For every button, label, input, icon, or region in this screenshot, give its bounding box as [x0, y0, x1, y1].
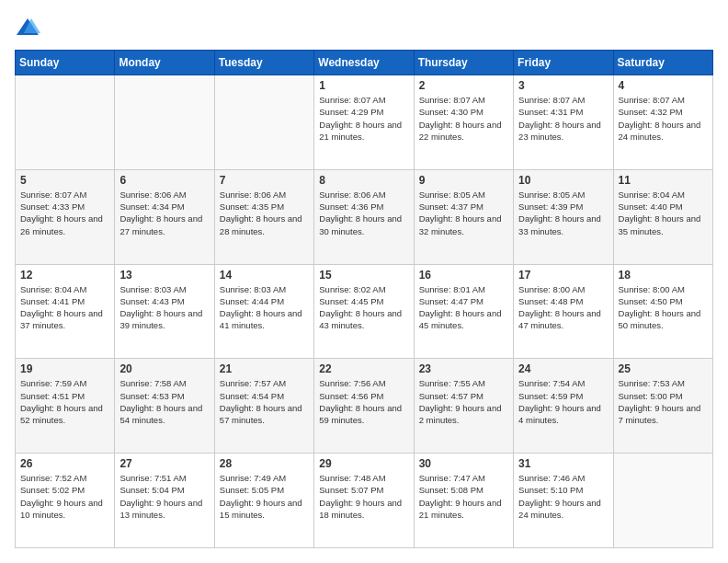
day-info: Sunrise: 7:58 AM Sunset: 4:53 PM Dayligh… [119, 377, 209, 426]
day-number: 13 [119, 269, 209, 282]
day-info: Sunrise: 7:49 AM Sunset: 5:05 PM Dayligh… [220, 472, 309, 521]
calendar-cell [16, 75, 115, 170]
day-number: 3 [518, 79, 608, 92]
calendar-cell: 6Sunrise: 8:06 AM Sunset: 4:34 PM Daylig… [115, 169, 214, 264]
calendar-cell: 14Sunrise: 8:03 AM Sunset: 4:44 PM Dayli… [214, 264, 313, 359]
calendar-cell: 2Sunrise: 8:07 AM Sunset: 4:30 PM Daylig… [414, 75, 513, 170]
header-day: Tuesday [214, 51, 313, 75]
day-info: Sunrise: 7:56 AM Sunset: 4:56 PM Dayligh… [319, 377, 408, 426]
day-info: Sunrise: 8:06 AM Sunset: 4:36 PM Dayligh… [319, 189, 408, 237]
calendar-cell: 22Sunrise: 7:56 AM Sunset: 4:56 PM Dayli… [314, 359, 414, 454]
day-info: Sunrise: 8:07 AM Sunset: 4:30 PM Dayligh… [419, 94, 508, 143]
calendar-cell: 12Sunrise: 8:04 AM Sunset: 4:41 PM Dayli… [16, 264, 115, 359]
header-day: Saturday [613, 51, 712, 75]
day-info: Sunrise: 7:55 AM Sunset: 4:57 PM Dayligh… [419, 377, 508, 426]
header-day: Friday [514, 51, 613, 75]
day-info: Sunrise: 7:51 AM Sunset: 5:04 PM Dayligh… [119, 472, 209, 521]
calendar-cell: 7Sunrise: 8:06 AM Sunset: 4:35 PM Daylig… [214, 169, 313, 264]
calendar-cell: 21Sunrise: 7:57 AM Sunset: 4:54 PM Dayli… [214, 359, 313, 454]
day-info: Sunrise: 7:53 AM Sunset: 5:00 PM Dayligh… [619, 377, 708, 426]
calendar-cell: 30Sunrise: 7:47 AM Sunset: 5:08 PM Dayli… [414, 454, 513, 548]
calendar-cell: 8Sunrise: 8:06 AM Sunset: 4:36 PM Daylig… [314, 169, 414, 264]
header-day: Sunday [16, 51, 115, 75]
day-info: Sunrise: 7:52 AM Sunset: 5:02 PM Dayligh… [20, 472, 109, 521]
day-number: 26 [20, 457, 109, 470]
header [15, 15, 713, 40]
day-number: 19 [20, 362, 109, 375]
header-day: Wednesday [314, 51, 414, 75]
calendar-cell: 24Sunrise: 7:54 AM Sunset: 4:59 PM Dayli… [514, 359, 613, 454]
day-number: 12 [20, 269, 109, 282]
calendar-cell: 28Sunrise: 7:49 AM Sunset: 5:05 PM Dayli… [214, 454, 313, 548]
day-info: Sunrise: 8:06 AM Sunset: 4:34 PM Dayligh… [119, 189, 209, 237]
calendar-week-row: 1Sunrise: 8:07 AM Sunset: 4:29 PM Daylig… [16, 75, 713, 170]
day-info: Sunrise: 8:02 AM Sunset: 4:45 PM Dayligh… [319, 283, 408, 332]
day-number: 31 [518, 457, 608, 470]
header-row: SundayMondayTuesdayWednesdayThursdayFrid… [16, 51, 713, 75]
day-info: Sunrise: 7:48 AM Sunset: 5:07 PM Dayligh… [319, 472, 408, 521]
day-info: Sunrise: 7:46 AM Sunset: 5:10 PM Dayligh… [518, 472, 608, 521]
day-number: 14 [220, 269, 309, 282]
calendar-cell: 19Sunrise: 7:59 AM Sunset: 4:51 PM Dayli… [16, 359, 115, 454]
day-number: 1 [319, 79, 408, 92]
day-number: 10 [518, 174, 608, 187]
calendar-cell: 3Sunrise: 8:07 AM Sunset: 4:31 PM Daylig… [514, 75, 613, 170]
calendar-header: SundayMondayTuesdayWednesdayThursdayFrid… [16, 51, 713, 75]
day-number: 7 [220, 174, 309, 187]
day-info: Sunrise: 8:06 AM Sunset: 4:35 PM Dayligh… [220, 189, 309, 237]
day-info: Sunrise: 7:47 AM Sunset: 5:08 PM Dayligh… [419, 472, 508, 521]
day-number: 4 [619, 79, 708, 92]
day-number: 23 [419, 362, 508, 375]
day-number: 25 [619, 362, 708, 375]
calendar-cell [214, 75, 313, 170]
day-number: 9 [419, 174, 508, 187]
logo [15, 15, 44, 40]
calendar-cell: 29Sunrise: 7:48 AM Sunset: 5:07 PM Dayli… [314, 454, 414, 548]
day-info: Sunrise: 8:01 AM Sunset: 4:47 PM Dayligh… [419, 283, 508, 332]
calendar-cell: 17Sunrise: 8:00 AM Sunset: 4:48 PM Dayli… [514, 264, 613, 359]
header-day: Monday [115, 51, 214, 75]
day-info: Sunrise: 8:05 AM Sunset: 4:39 PM Dayligh… [518, 189, 608, 237]
day-number: 22 [319, 362, 408, 375]
day-number: 30 [419, 457, 508, 470]
day-info: Sunrise: 8:04 AM Sunset: 4:41 PM Dayligh… [20, 283, 109, 332]
page: SundayMondayTuesdayWednesdayThursdayFrid… [0, 0, 728, 563]
calendar-cell: 13Sunrise: 8:03 AM Sunset: 4:43 PM Dayli… [115, 264, 214, 359]
day-info: Sunrise: 8:07 AM Sunset: 4:32 PM Dayligh… [619, 94, 708, 143]
day-number: 5 [20, 174, 109, 187]
day-number: 16 [419, 269, 508, 282]
day-number: 20 [119, 362, 209, 375]
calendar-week-row: 19Sunrise: 7:59 AM Sunset: 4:51 PM Dayli… [16, 359, 713, 454]
calendar-cell: 31Sunrise: 7:46 AM Sunset: 5:10 PM Dayli… [514, 454, 613, 548]
day-number: 8 [319, 174, 408, 187]
calendar-cell: 10Sunrise: 8:05 AM Sunset: 4:39 PM Dayli… [514, 169, 613, 264]
day-number: 17 [518, 269, 608, 282]
day-info: Sunrise: 8:03 AM Sunset: 4:44 PM Dayligh… [220, 283, 309, 332]
calendar-week-row: 12Sunrise: 8:04 AM Sunset: 4:41 PM Dayli… [16, 264, 713, 359]
day-number: 24 [518, 362, 608, 375]
calendar-week-row: 26Sunrise: 7:52 AM Sunset: 5:02 PM Dayli… [16, 454, 713, 548]
calendar-week-row: 5Sunrise: 8:07 AM Sunset: 4:33 PM Daylig… [16, 169, 713, 264]
day-number: 6 [119, 174, 209, 187]
day-info: Sunrise: 8:05 AM Sunset: 4:37 PM Dayligh… [419, 189, 508, 237]
calendar-cell: 26Sunrise: 7:52 AM Sunset: 5:02 PM Dayli… [16, 454, 115, 548]
calendar-cell: 4Sunrise: 8:07 AM Sunset: 4:32 PM Daylig… [613, 75, 712, 170]
calendar-cell: 1Sunrise: 8:07 AM Sunset: 4:29 PM Daylig… [314, 75, 414, 170]
day-info: Sunrise: 7:59 AM Sunset: 4:51 PM Dayligh… [20, 377, 109, 426]
day-info: Sunrise: 7:54 AM Sunset: 4:59 PM Dayligh… [518, 377, 608, 426]
calendar-cell: 18Sunrise: 8:00 AM Sunset: 4:50 PM Dayli… [613, 264, 712, 359]
calendar-cell: 20Sunrise: 7:58 AM Sunset: 4:53 PM Dayli… [115, 359, 214, 454]
day-number: 15 [319, 269, 408, 282]
logo-icon [15, 15, 40, 40]
calendar-cell: 9Sunrise: 8:05 AM Sunset: 4:37 PM Daylig… [414, 169, 513, 264]
day-info: Sunrise: 8:07 AM Sunset: 4:33 PM Dayligh… [20, 189, 109, 237]
day-info: Sunrise: 8:00 AM Sunset: 4:50 PM Dayligh… [619, 283, 708, 332]
calendar-cell [115, 75, 214, 170]
day-number: 18 [619, 269, 708, 282]
day-info: Sunrise: 8:03 AM Sunset: 4:43 PM Dayligh… [119, 283, 209, 332]
day-number: 21 [220, 362, 309, 375]
calendar-cell: 5Sunrise: 8:07 AM Sunset: 4:33 PM Daylig… [16, 169, 115, 264]
calendar-table: SundayMondayTuesdayWednesdayThursdayFrid… [15, 50, 713, 548]
day-info: Sunrise: 8:07 AM Sunset: 4:31 PM Dayligh… [518, 94, 608, 143]
calendar-cell: 27Sunrise: 7:51 AM Sunset: 5:04 PM Dayli… [115, 454, 214, 548]
